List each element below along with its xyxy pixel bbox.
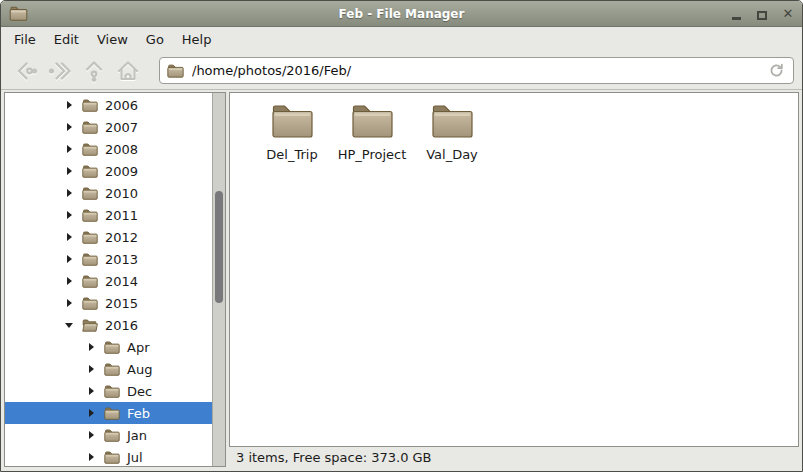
menu-help[interactable]: Help [173,28,221,52]
location-bar[interactable] [159,57,794,84]
tree-item-label: 2012 [105,230,138,245]
tree-item-label: 2014 [105,274,138,289]
folder-item-val-day[interactable]: Val_Day [412,103,492,162]
expander-icon[interactable] [87,386,97,396]
folder-label: HP_Project [338,147,407,162]
up-button[interactable] [77,56,111,86]
menubar: File Edit View Go Help [1,27,802,52]
folder-icon [104,451,120,464]
tree-item-label: Jul [127,450,143,465]
expander-icon[interactable] [87,430,97,440]
expander-icon[interactable] [65,232,75,242]
folder-icon [167,64,184,78]
folder-icon [104,341,120,354]
tree-item-2011[interactable]: 2011 [5,204,212,226]
folder-label: Val_Day [426,147,478,162]
tree-item-2012[interactable]: 2012 [5,226,212,248]
tree-item-label: Dec [127,384,152,399]
folder-icon [82,297,98,310]
tree-item-apr[interactable]: Apr [5,336,212,358]
menu-file[interactable]: File [5,28,45,52]
menu-go[interactable]: Go [137,28,173,52]
tree-item-2013[interactable]: 2013 [5,248,212,270]
maximize-button[interactable] [756,8,768,20]
expander-icon[interactable] [65,188,75,198]
tree-item-label: 2006 [105,98,138,113]
folder-icon [104,429,120,442]
file-manager-window: Feb - File Manager ✕ File Edit View Go H… [0,0,803,472]
statusbar: 3 items, Free space: 373.0 GB [229,447,799,467]
expander-icon[interactable] [65,254,75,264]
tree-item-2010[interactable]: 2010 [5,182,212,204]
tree-item-label: 2016 [105,318,138,333]
file-list-view[interactable]: Del_Trip HP_Project Val_Day [229,92,799,447]
expander-icon[interactable] [65,276,75,286]
tree-item-label: 2008 [105,142,138,157]
folder-icon [82,143,98,156]
folder-icon [104,407,120,420]
tree-item-label: Aug [127,362,152,377]
status-text: 3 items, Free space: 373.0 GB [236,450,432,465]
up-arrow-icon [81,58,107,84]
expander-icon[interactable] [87,452,97,462]
sidebar-scrollbar[interactable] [212,93,225,466]
tree-item-jan[interactable]: Jan [5,424,212,446]
back-button[interactable] [9,56,43,86]
tree-item-jul[interactable]: Jul [5,446,212,467]
tree-item-label: Apr [127,340,150,355]
toolbar [1,52,802,90]
window-title: Feb - File Manager [1,7,802,21]
titlebar[interactable]: Feb - File Manager ✕ [1,1,802,27]
open-folder-icon [82,319,98,332]
home-button[interactable] [111,56,145,86]
menu-view[interactable]: View [88,28,137,52]
tree-item-label: 2013 [105,252,138,267]
folder-icon [82,231,98,244]
back-arrow-icon [13,58,39,84]
tree-item-feb-selected[interactable]: Feb [5,402,212,424]
folder-icon [430,103,475,140]
tree-item-label: 2010 [105,186,138,201]
tree-item-label: Jan [127,428,147,443]
expander-icon[interactable] [65,100,75,110]
folder-icon [104,385,120,398]
expander-icon[interactable] [87,342,97,352]
folder-icon [82,99,98,112]
tree-item-2009[interactable]: 2009 [5,160,212,182]
tree-item-2015[interactable]: 2015 [5,292,212,314]
close-button[interactable]: ✕ [782,8,794,20]
expander-icon[interactable] [65,166,75,176]
expander-icon[interactable] [65,122,75,132]
expander-icon[interactable] [65,298,75,308]
tree-item-2008[interactable]: 2008 [5,138,212,160]
folder-item-hp-project[interactable]: HP_Project [332,103,412,162]
scrollbar-thumb[interactable] [215,191,223,303]
folder-item-del-trip[interactable]: Del_Trip [252,103,332,162]
sidebar-tree-pane: 2006 2007 2008 2009 2010 2011 2012 2013 … [4,92,226,467]
tree-item-2016[interactable]: 2016 [5,314,212,336]
folder-tree: 2006 2007 2008 2009 2010 2011 2012 2013 … [5,94,212,467]
window-folder-icon [9,6,28,21]
expander-icon[interactable] [65,210,75,220]
folder-icon [350,103,395,140]
folder-icon [82,253,98,266]
tree-item-2014[interactable]: 2014 [5,270,212,292]
window-controls: ✕ [730,8,794,20]
menu-edit[interactable]: Edit [45,28,88,52]
reload-icon [768,62,785,79]
forward-button[interactable] [43,56,77,86]
folder-label: Del_Trip [266,147,317,162]
expander-icon[interactable] [87,364,97,374]
reload-button[interactable] [766,61,786,81]
tree-item-label: 2011 [105,208,138,223]
expander-icon[interactable] [65,320,75,330]
path-input[interactable] [192,63,758,78]
tree-item-dec[interactable]: Dec [5,380,212,402]
tree-item-2007[interactable]: 2007 [5,116,212,138]
minimize-button[interactable] [730,8,742,20]
expander-icon[interactable] [87,408,97,418]
expander-icon[interactable] [65,144,75,154]
tree-item-aug[interactable]: Aug [5,358,212,380]
tree-item-2006[interactable]: 2006 [5,94,212,116]
forward-arrow-icon [47,58,73,84]
